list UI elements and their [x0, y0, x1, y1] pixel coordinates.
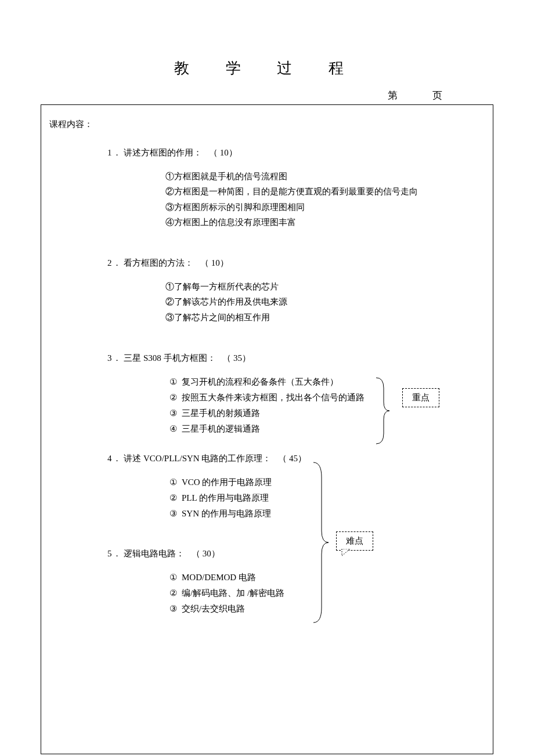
content-box: 课程内容： 1． 讲述方框图的作用： （ 10） ①方框图就是手机的信号流程图 … — [41, 104, 493, 754]
callout-hardpoint: 难点 — [336, 531, 373, 551]
section-minutes: （ 45） — [278, 454, 306, 463]
callout-text: 难点 — [346, 536, 363, 545]
item-marker: ② — [169, 493, 177, 502]
document-page: 教 学 过 程 第 页 课程内容： 1． 讲述方框图的作用： （ 10） ①方框… — [0, 0, 534, 756]
item-text: 交织/去交织电路 — [182, 604, 245, 613]
section-minutes: （ 35） — [222, 353, 251, 363]
item-text: SYN 的作用与电路原理 — [182, 509, 271, 518]
list-item: ①了解每一方框所代表的芯片 — [165, 279, 481, 294]
brace-icon — [373, 377, 391, 445]
item-text: MOD/DEMOD 电路 — [182, 573, 256, 582]
section-minutes: （ 10） — [209, 148, 237, 157]
section-title: 三星 S308 手机方框图： — [124, 353, 215, 363]
list-item: ②了解该芯片的作用及供电来源 — [165, 294, 481, 309]
item-marker: ② — [169, 588, 177, 598]
section-number: 4． — [107, 454, 122, 463]
item-text: 复习开机的流程和必备条件（五大条件） — [182, 377, 338, 386]
item-marker: ① — [169, 377, 177, 386]
item-marker: ③ — [169, 509, 177, 518]
section-minutes: （ 30） — [192, 549, 220, 558]
page-title: 教 学 过 程 — [41, 58, 493, 78]
section-title: 看方框图的方法： — [124, 258, 193, 267]
item-marker: ② — [169, 393, 177, 402]
section-heading: 2． 看方框图的方法： （ 10） — [107, 258, 481, 269]
section-items: ①方框图就是手机的信号流程图 ②方框图是一种简图，目的是能方便直观的看到最重要的… — [165, 169, 481, 230]
callout-text: 重点 — [412, 393, 430, 402]
section-heading: 4． 讲述 VCO/PLL/SYN 电路的工作原理： （ 45） — [107, 453, 481, 464]
section-minutes: （ 10） — [200, 258, 229, 267]
list-item: ③了解芯片之间的相互作用 — [165, 310, 481, 325]
list-item: ①方框图就是手机的信号流程图 — [165, 169, 481, 184]
section-title: 逻辑电路电路： — [124, 549, 185, 558]
item-text: 三星手机的逻辑通路 — [182, 424, 260, 433]
section-title: 讲述 VCO/PLL/SYN 电路的工作原理： — [124, 454, 271, 463]
item-text: PLL 的作用与电路原理 — [182, 493, 269, 502]
list-item: ③方框图所标示的引脚和原理图相同 — [165, 200, 481, 215]
list-item: ③三星手机的射频通路 — [169, 406, 481, 421]
callout-keypoint: 重点 — [402, 388, 439, 407]
section-number: 3． — [107, 353, 122, 363]
section-heading: 3． 三星 S308 手机方框图： （ 35） — [107, 353, 481, 364]
item-text: 三星手机的射频通路 — [182, 408, 260, 418]
item-marker: ③ — [169, 604, 177, 613]
list-item: ④方框图上的信息没有原理图丰富 — [165, 215, 481, 230]
item-marker: ① — [169, 573, 177, 582]
item-text: VCO 的作用于电路原理 — [182, 478, 272, 487]
section-items: ①了解每一方框所代表的芯片 ②了解该芯片的作用及供电来源 ③了解芯片之间的相互作… — [165, 279, 481, 325]
callout-tail-icon — [341, 549, 352, 558]
item-marker: ① — [169, 478, 177, 487]
item-text: 按照五大条件来读方框图，找出各个信号的通路 — [182, 393, 365, 402]
list-item: ②方框图是一种简图，目的是能方便直观的看到最重要的信号走向 — [165, 184, 481, 199]
item-text: 编/解码电路、加 /解密电路 — [182, 588, 284, 598]
list-item: ④三星手机的逻辑通路 — [169, 421, 481, 437]
list-item: ①复习开机的流程和必备条件（五大条件） — [169, 374, 481, 390]
course-content-label: 课程内容： — [49, 119, 481, 130]
section-number: 1． — [107, 148, 122, 157]
item-marker: ③ — [169, 408, 177, 418]
section-heading: 5． 逻辑电路电路： （ 30） — [107, 548, 481, 559]
section-title: 讲述方框图的作用： — [124, 148, 202, 157]
item-marker: ④ — [169, 424, 177, 433]
brace-icon — [310, 461, 330, 624]
section-number: 5． — [107, 549, 122, 558]
section-number: 2． — [107, 258, 122, 267]
page-number-label: 第 页 — [41, 89, 493, 102]
section-heading: 1． 讲述方框图的作用： （ 10） — [107, 147, 481, 158]
